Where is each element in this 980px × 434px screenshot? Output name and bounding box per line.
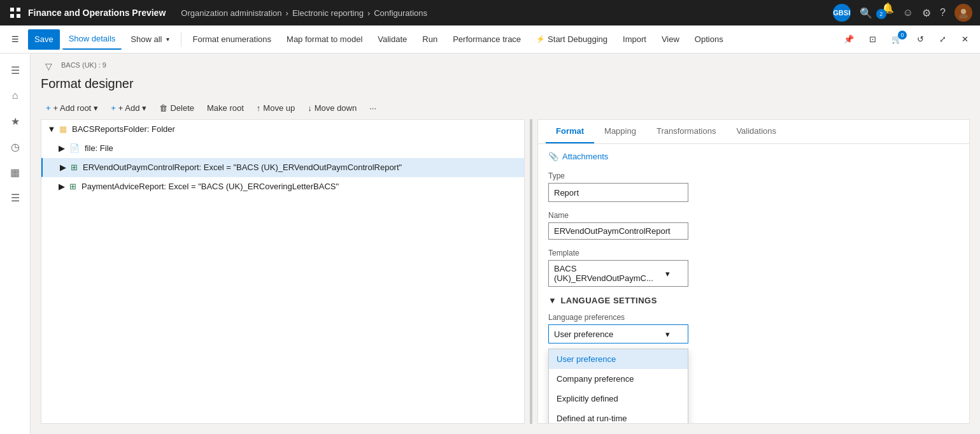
excel-icon: ⊞ (71, 163, 78, 172)
pin-button[interactable]: 📌 (837, 29, 860, 50)
move-down-icon: ↓ (308, 103, 312, 113)
svg-point-5 (959, 14, 968, 18)
template-field-group: Template BACS (UK)_ERVendOutPaymC... ▾ (548, 249, 959, 287)
tab-validations[interactable]: Validations (726, 120, 786, 143)
type-field-group: Type Report (548, 171, 959, 202)
map-format-button[interactable]: Map format to model (280, 29, 369, 50)
sidebar-nav-icon[interactable]: ☰ (4, 59, 27, 82)
notification-icon[interactable]: 🔔 2 (881, 2, 894, 24)
app-grid-button[interactable] (8, 5, 23, 20)
tree-item[interactable]: ▼ ▦ BACSReportsFolder: Folder (41, 120, 524, 139)
show-details-button[interactable]: Show details (62, 29, 122, 50)
page-title: Format designer (41, 76, 970, 91)
attachment-icon: 📎 (548, 152, 558, 161)
tab-transformations[interactable]: Transformations (646, 120, 726, 143)
dropdown-item-user-pref[interactable]: User preference (549, 349, 688, 369)
resize-handle[interactable] (530, 119, 532, 424)
top-bar: Finance and Operations Preview Organizat… (0, 0, 980, 25)
add-chevron-icon: ▾ (142, 103, 146, 113)
user-badge: GBSI (833, 4, 851, 22)
lang-pref-chevron-icon: ▾ (665, 329, 670, 339)
sidebar-modules-icon[interactable]: ☰ (4, 186, 27, 209)
tree-item[interactable]: ▶ ⊞ PaymentAdviceReport: Excel = "BACS (… (41, 177, 524, 196)
tree-toolbar: + + Add root ▾ + + Add ▾ 🗑 Delete Make r… (31, 96, 980, 119)
right-panel-content: 📎 Attachments Type Report Name (538, 144, 969, 360)
view-button[interactable]: View (655, 29, 686, 50)
sidebar-home-icon[interactable]: ⌂ (4, 84, 27, 107)
side-panel-button[interactable]: ⊡ (863, 29, 883, 50)
template-select-wrap: BACS (UK)_ERVendOutPaymC... ▾ (548, 260, 688, 287)
move-up-icon: ↑ (257, 103, 261, 113)
make-root-button[interactable]: Make root (202, 99, 249, 117)
start-debugging-button[interactable]: ⚡ Start Debugging (530, 29, 614, 50)
template-label: Template (548, 249, 959, 257)
format-enumerations-button[interactable]: Format enumerations (187, 29, 278, 50)
content-breadcrumb: BACS (UK) : 9 (61, 61, 106, 69)
section-collapse-icon: ▼ (548, 296, 557, 305)
dropdown-item-defined-runtime[interactable]: Defined at run-time (549, 409, 688, 424)
move-down-button[interactable]: ↓ Move down (302, 99, 362, 117)
name-input[interactable] (548, 222, 688, 240)
move-up-button[interactable]: ↑ Move up (252, 99, 300, 117)
tab-format[interactable]: Format (546, 120, 594, 143)
app-title: Finance and Operations Preview (28, 8, 166, 18)
smiley-icon[interactable]: ☺ (903, 7, 913, 18)
right-tabs: Format Mapping Transformations Validatio… (538, 120, 969, 144)
help-icon[interactable]: ? (940, 7, 946, 18)
validate-button[interactable]: Validate (371, 29, 413, 50)
lang-pref-select[interactable]: User preference ▾ (548, 324, 688, 344)
command-bar: ☰ Save Show details Show all ▾ Format en… (0, 25, 980, 54)
tree-item-label: PaymentAdviceReport: Excel = "BACS (UK)_… (82, 182, 339, 191)
breadcrumb-config[interactable]: Configurations (374, 8, 427, 18)
options-button[interactable]: Options (688, 29, 730, 50)
type-label: Type (548, 171, 959, 180)
save-button[interactable]: Save (28, 29, 60, 50)
run-button[interactable]: Run (416, 29, 444, 50)
separator-1 (181, 32, 181, 47)
main-content: ▽ BACS (UK) : 9 Format designer + + Add … (31, 54, 980, 434)
add-root-button[interactable]: + + Add root ▾ (41, 99, 103, 117)
svg-point-4 (961, 9, 966, 14)
add-root-chevron-icon: ▾ (94, 103, 98, 113)
split-pane: ▼ ▦ BACSReportsFolder: Folder ▶ 📄 file: … (31, 119, 980, 434)
name-label: Name (548, 211, 959, 220)
more-button[interactable]: ··· (364, 99, 381, 117)
cart-button[interactable]: 🛒 0 (885, 29, 908, 50)
delete-button[interactable]: 🗑 Delete (154, 99, 199, 117)
dropdown-item-company-pref[interactable]: Company preference (549, 369, 688, 389)
show-all-button[interactable]: Show all ▾ (124, 29, 175, 50)
tab-mapping[interactable]: Mapping (594, 120, 646, 143)
tree-item-label: file: File (85, 143, 113, 153)
language-settings-section[interactable]: ▼ LANGUAGE SETTINGS (548, 296, 959, 305)
add-root-icon: + (46, 103, 51, 113)
tree-item-selected[interactable]: ▶ ⊞ ERVendOutPaymControlReport: Excel = … (41, 158, 524, 177)
attachments-button[interactable]: 📎 Attachments (548, 152, 959, 161)
lang-pref-dropdown: User preference Company preference Expli… (548, 349, 688, 424)
tree-item-label: ERVendOutPaymControlReport: Excel = "BAC… (83, 163, 402, 172)
breadcrumb-er[interactable]: Electronic reporting (292, 8, 364, 18)
settings-icon[interactable]: ⚙ (922, 7, 931, 19)
show-all-chevron-icon: ▾ (166, 36, 169, 43)
template-chevron-icon: ▾ (665, 269, 670, 278)
add-button[interactable]: + + Add ▾ (106, 99, 152, 117)
name-field-group: Name (548, 211, 959, 240)
sidebar-favorites-icon[interactable]: ★ (4, 110, 27, 133)
tree-item[interactable]: ▶ 📄 file: File (41, 139, 524, 158)
template-select[interactable]: BACS (UK)_ERVendOutPaymC... ▾ (548, 260, 688, 287)
dropdown-item-explicitly-defined[interactable]: Explicitly defined (549, 389, 688, 409)
performance-trace-button[interactable]: Performance trace (446, 29, 527, 50)
sidebar-workspaces-icon[interactable]: ▦ (4, 161, 27, 184)
refresh-button[interactable]: ↺ (911, 29, 930, 50)
avatar[interactable] (955, 4, 972, 22)
svg-rect-2 (10, 14, 14, 18)
sidebar-recent-icon[interactable]: ◷ (4, 135, 27, 158)
hamburger-button[interactable]: ☰ (5, 29, 25, 50)
import-button[interactable]: Import (616, 29, 653, 50)
search-icon[interactable]: 🔍 (860, 7, 872, 19)
filter-icon[interactable]: ▽ (41, 59, 56, 74)
close-button[interactable]: ✕ (955, 29, 975, 50)
maximize-button[interactable]: ⤢ (933, 29, 953, 50)
add-icon: + (111, 103, 116, 113)
breadcrumb-sep-1: › (286, 8, 288, 18)
breadcrumb-org[interactable]: Organization administration (181, 8, 281, 18)
